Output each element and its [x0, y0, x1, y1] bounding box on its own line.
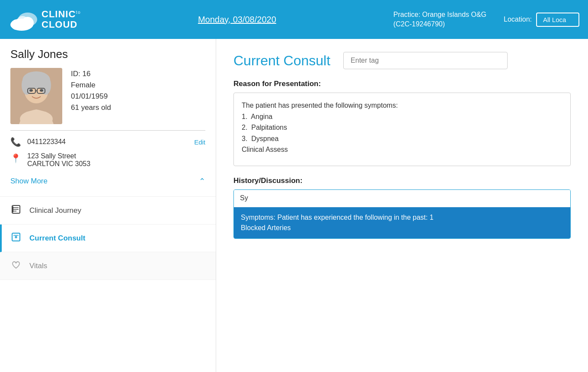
phone-row: 📞 0411223344 Edit: [10, 137, 205, 147]
address: 123 Sally Street CARLTON VIC 3053: [27, 152, 90, 168]
history-input[interactable]: Sy: [234, 190, 570, 207]
tag-input[interactable]: [343, 52, 508, 69]
consult-header: Current Consult: [233, 52, 571, 69]
patient-gender: Female: [71, 81, 111, 90]
svg-point-10: [41, 76, 51, 95]
history-input-value: Sy: [240, 194, 248, 202]
svg-point-4: [22, 17, 34, 29]
logo: CLINICto CLOUD: [9, 6, 81, 33]
patient-card: Sally Jones: [0, 39, 216, 197]
sidebar-label-vitals: Vitals: [29, 262, 47, 270]
reason-text-box[interactable]: The patient has presented the following …: [233, 93, 571, 166]
edit-link[interactable]: Edit: [194, 138, 205, 146]
location-pin-icon: 📍: [10, 152, 21, 164]
phone-number: 0411223344: [27, 138, 66, 146]
address-line1: 123 Sally Street: [27, 152, 90, 160]
sidebar-label-current-consult: Current Consult: [29, 234, 85, 243]
logo-clinic: CLINICto: [42, 9, 81, 19]
location-value[interactable]: All Loca: [536, 13, 579, 27]
autocomplete-suggestion[interactable]: Symptoms: Patient has experienced the fo…: [234, 207, 570, 238]
patient-age: 61 years old: [71, 103, 111, 112]
sidebar-item-vitals[interactable]: Vitals: [0, 252, 216, 280]
content-area: Current Consult Reason for Presentation:…: [216, 39, 588, 372]
svg-point-9: [22, 76, 32, 95]
svg-point-3: [11, 19, 22, 30]
vitals-icon: [10, 260, 22, 272]
sidebar-item-clinical-journey[interactable]: Clinical Journey: [0, 197, 216, 224]
patient-id: ID: 16: [71, 70, 111, 78]
history-label: History/Discussion:: [233, 176, 571, 185]
address-row: 📍 123 Sally Street CARLTON VIC 3053: [10, 152, 205, 168]
location-label: Location:: [504, 16, 532, 23]
reason-label: Reason for Presentation:: [233, 80, 571, 88]
reason-content: The patient has presented the following …: [242, 102, 398, 153]
logo-icon: [9, 6, 40, 33]
autocomplete-text: Symptoms: Patient has experienced the fo…: [241, 214, 434, 231]
logo-clouds: [9, 6, 40, 33]
header-location: Location: All Loca: [504, 13, 579, 27]
phone-icon: 📞: [10, 137, 21, 147]
clinical-journey-icon: [10, 205, 22, 216]
logo-cloud: CLOUD: [42, 19, 81, 30]
header-practice: Practice: Orange Islands O&G (C2C-192467…: [393, 10, 486, 29]
header: CLINICto CLOUD Monday, 03/08/2020 Practi…: [0, 0, 588, 39]
svg-point-12: [40, 89, 43, 92]
svg-point-11: [29, 89, 33, 92]
header-date[interactable]: Monday, 03/08/2020: [81, 15, 393, 25]
chevron-up-icon: ⌃: [199, 176, 205, 186]
sidebar-label-clinical-journey: Clinical Journey: [29, 206, 81, 215]
patient-details: ID: 16 Female 01/01/1959 61 years old: [71, 68, 111, 112]
history-input-area: Sy Symptoms: Patient has experienced the…: [233, 189, 571, 239]
consult-title: Current Consult: [233, 53, 330, 69]
address-line2: CARLTON VIC 3053: [27, 160, 90, 168]
show-more-label: Show More: [10, 177, 48, 186]
sidebar-item-current-consult[interactable]: Current Consult: [0, 224, 216, 252]
svg-rect-21: [12, 206, 13, 212]
current-consult-icon: [10, 232, 22, 244]
show-more-row[interactable]: Show More ⌃: [10, 173, 205, 188]
patient-photo: [10, 68, 62, 124]
patient-info-row: ID: 16 Female 01/01/1959 61 years old: [10, 68, 205, 124]
sidebar: Sally Jones: [0, 39, 216, 372]
patient-dob: 01/01/1959: [71, 92, 111, 101]
divider: [10, 130, 205, 131]
logo-text: CLINICto CLOUD: [42, 9, 81, 30]
main-layout: Sally Jones: [0, 39, 588, 372]
patient-name: Sally Jones: [10, 48, 205, 61]
